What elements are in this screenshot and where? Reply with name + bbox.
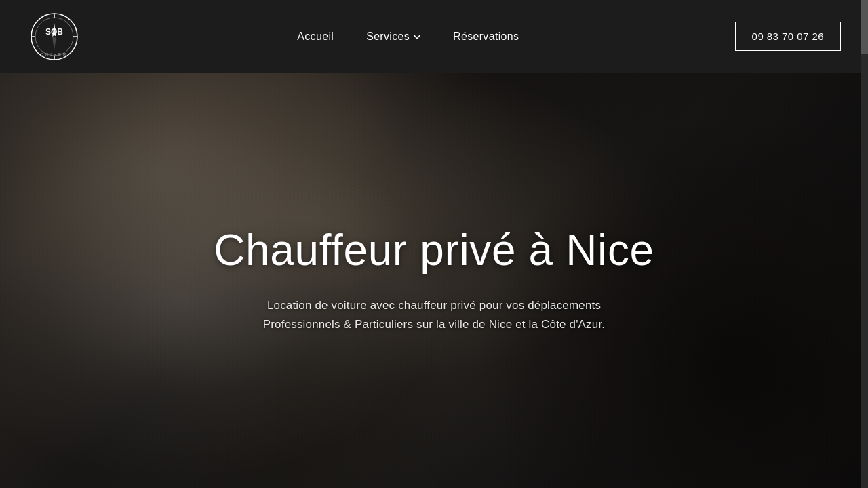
- main-nav: Accueil Services Réservations: [297, 30, 519, 43]
- hero-title: Chauffeur privé à Nice: [214, 226, 654, 274]
- chevron-down-icon: [414, 33, 420, 40]
- svg-marker-9: [52, 37, 56, 50]
- scrollbar-thumb[interactable]: [861, 0, 868, 54]
- nav-accueil[interactable]: Accueil: [297, 30, 334, 43]
- nav-services[interactable]: Services: [366, 30, 420, 43]
- nav-reservations[interactable]: Réservations: [453, 30, 519, 43]
- hero-subtitle: Location de voiture avec chauffeur privé…: [231, 296, 637, 334]
- scrollbar-track[interactable]: [861, 0, 868, 488]
- phone-button[interactable]: 09 83 70 07 26: [735, 22, 841, 51]
- logo-svg: SOB DRIVER: [27, 9, 81, 64]
- site-header: SOB DRIVER Accueil Services Réservations…: [0, 0, 868, 73]
- svg-text:DRIVER: DRIVER: [41, 52, 68, 56]
- hero-section: Chauffeur privé à Nice Location de voitu…: [0, 0, 868, 488]
- logo-area[interactable]: SOB DRIVER: [27, 9, 81, 64]
- hero-content: Chauffeur privé à Nice Location de voitu…: [0, 73, 868, 488]
- services-label: Services: [366, 30, 410, 43]
